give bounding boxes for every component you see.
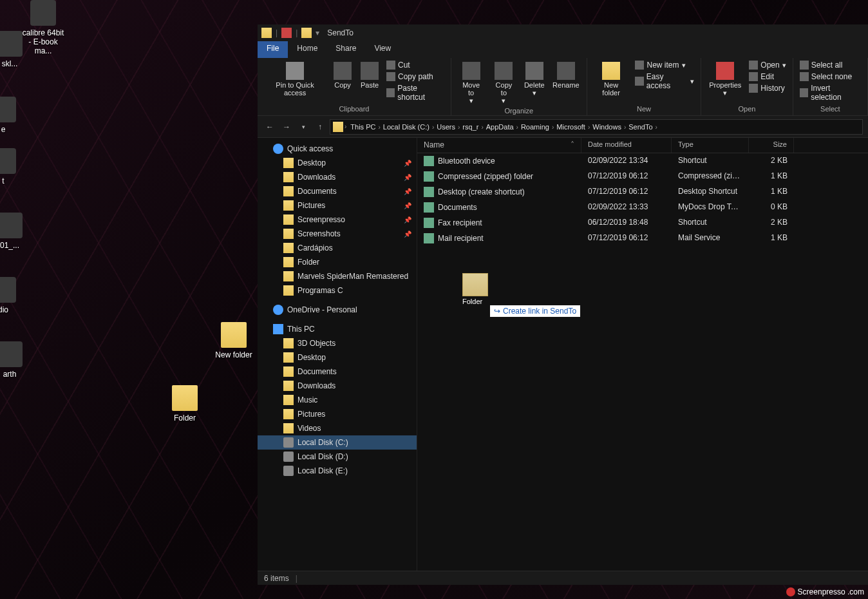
folder-icon [283, 158, 294, 168]
breadcrumb-segment[interactable]: SendTo [626, 122, 655, 132]
tab-file[interactable]: File [258, 41, 288, 58]
nav-sidebar: Quick access Desktop📌Downloads📌Documents… [258, 138, 417, 571]
chevron-right-icon[interactable]: › [344, 123, 346, 130]
breadcrumb-segment[interactable]: Microsoft [554, 122, 588, 132]
file-row[interactable]: Mail recipient07/12/2019 06:12Mail Servi… [417, 231, 868, 246]
up-button[interactable]: ↑ [313, 120, 327, 134]
file-icon [424, 218, 434, 228]
select-none-button[interactable]: Select none [797, 71, 863, 82]
breadcrumb-segment[interactable]: Local Disk (C:) [381, 122, 432, 132]
sidebar-item[interactable]: Marvels SpiderMan Remastered [258, 269, 417, 283]
file-row[interactable]: Compressed (zipped) folder07/12/2019 06:… [417, 169, 868, 184]
invert-selection-button[interactable]: Invert selection [797, 82, 863, 103]
tab-share[interactable]: Share [326, 41, 365, 58]
new-folder-button[interactable]: New folder [591, 59, 632, 99]
window-title: SendTo [327, 28, 354, 37]
open-button[interactable]: Open ▾ [746, 59, 788, 71]
sidebar-onedrive[interactable]: OneDrive - Personal [258, 303, 417, 317]
group-label: Organize [455, 107, 583, 116]
breadcrumb-segment[interactable]: Windows [590, 122, 624, 132]
paste-button[interactable]: Paste [357, 59, 382, 91]
sidebar-item[interactable]: Folder [258, 255, 417, 269]
sidebar-item[interactable]: 3D Objects [258, 336, 417, 350]
sidebar-item[interactable]: Screenshots📌 [258, 227, 417, 241]
delete-button[interactable]: Delete▾ [521, 59, 548, 99]
column-date[interactable]: Date modified [581, 138, 672, 153]
qat-icon[interactable] [281, 28, 292, 38]
desktop-icon[interactable]: e [0, 97, 26, 134]
edit-button[interactable]: Edit [746, 71, 788, 82]
file-row[interactable]: Fax recipient06/12/2019 18:48Shortcut2 K… [417, 215, 868, 231]
sidebar-item[interactable]: Downloads📌 [258, 170, 417, 184]
sidebar-quick-access[interactable]: Quick access [258, 142, 417, 156]
column-size[interactable]: Size [749, 138, 794, 153]
desktop-icon[interactable]: New folder [211, 322, 256, 359]
sidebar-item[interactable]: Pictures [258, 407, 417, 421]
icon-label: dio [0, 305, 26, 314]
sidebar-item[interactable]: Desktop [258, 350, 417, 365]
sidebar-item[interactable]: Downloads [258, 379, 417, 393]
sidebar-item[interactable]: Music [258, 393, 417, 407]
file-date: 07/12/2019 06:12 [581, 232, 672, 245]
address-bar[interactable]: › This PC›Local Disk (C:)›Users›rsq_r›Ap… [330, 119, 863, 135]
desktop-icon[interactable]: calibre 64bit - E-book ma... [21, 0, 66, 55]
desktop-icon[interactable]: t [0, 148, 26, 185]
breadcrumb-segment[interactable]: Roaming [518, 122, 552, 132]
pin-to-quick-access-button[interactable]: Pin to Quick access [261, 59, 328, 99]
history-button[interactable]: History [746, 82, 788, 94]
sidebar-item[interactable]: Cardápios [258, 241, 417, 255]
sidebar-item[interactable]: Screenpresso📌 [258, 213, 417, 227]
sidebar-item[interactable]: Videos [258, 421, 417, 435]
desktop-icon[interactable]: dio [0, 277, 26, 314]
file-row[interactable]: Bluetooth device02/09/2022 13:34Shortcut… [417, 153, 868, 169]
icon [0, 148, 16, 174]
tab-home[interactable]: Home [288, 41, 326, 58]
sidebar-item[interactable]: Pictures📌 [258, 198, 417, 213]
recent-dropdown[interactable]: ▾ [296, 120, 310, 134]
pc-icon [273, 324, 283, 334]
desktop-icon[interactable]: arth [0, 341, 32, 379]
desktop-icon[interactable]: 01_... [0, 213, 32, 250]
tab-view[interactable]: View [365, 41, 400, 58]
copy-button[interactable]: Copy [330, 59, 355, 91]
sidebar-item-label: Screenpresso [297, 215, 345, 224]
sidebar-item-label: Local Disk (C:) [297, 438, 348, 447]
chevron-right-icon[interactable]: › [656, 124, 657, 131]
link-icon: ↪ [494, 307, 500, 316]
sidebar-item[interactable]: Documents [258, 365, 417, 379]
sidebar-item[interactable]: Local Disk (D:) [258, 450, 417, 464]
paste-shortcut-button[interactable]: Paste shortcut [384, 82, 447, 103]
column-name[interactable]: Name ˄ [417, 138, 581, 153]
new-item-button[interactable]: New item ▾ [632, 59, 697, 71]
rename-button[interactable]: Rename [549, 59, 583, 91]
copy-to-button[interactable]: Copy to▾ [488, 59, 519, 107]
breadcrumb-segment[interactable]: AppData [484, 122, 516, 132]
sidebar-item[interactable]: Programas C [258, 283, 417, 298]
file-size: 0 KB [749, 201, 794, 214]
qat-dropdown-icon[interactable]: ▾ [316, 28, 319, 37]
file-row[interactable]: Desktop (create shortcut)07/12/2019 06:1… [417, 184, 868, 200]
breadcrumb-segment[interactable]: This PC [348, 122, 378, 132]
breadcrumb-segment[interactable]: rsq_r [460, 122, 481, 132]
file-row[interactable]: Documents02/09/2022 13:33MyDocs Drop Tar… [417, 200, 868, 215]
explorer-window: | | ▾ SendTo File Home Share View Pin to… [258, 24, 868, 585]
sidebar-this-pc[interactable]: This PC [258, 322, 417, 336]
move-to-button[interactable]: Move to▾ [455, 59, 487, 107]
sidebar-item[interactable]: Local Disk (E:) [258, 464, 417, 478]
select-all-button[interactable]: Select all [797, 59, 863, 71]
breadcrumb-segment[interactable]: Users [434, 122, 458, 132]
easy-access-button[interactable]: Easy access ▾ [632, 71, 697, 91]
properties-button[interactable]: Properties▾ [705, 59, 745, 99]
qat-folder-icon[interactable] [301, 28, 312, 38]
sidebar-item[interactable]: Local Disk (C:) [258, 435, 417, 450]
folder-icon [283, 200, 294, 211]
copy-path-button[interactable]: Copy path [384, 71, 447, 82]
forward-button[interactable]: → [279, 120, 294, 134]
desktop-icon[interactable]: Folder [162, 385, 207, 423]
item-count: 6 items [264, 574, 289, 583]
cut-button[interactable]: Cut [384, 59, 447, 71]
sidebar-item[interactable]: Documents📌 [258, 184, 417, 198]
sidebar-item[interactable]: Desktop📌 [258, 156, 417, 170]
column-type[interactable]: Type [672, 138, 749, 153]
back-button[interactable]: ← [263, 120, 277, 134]
